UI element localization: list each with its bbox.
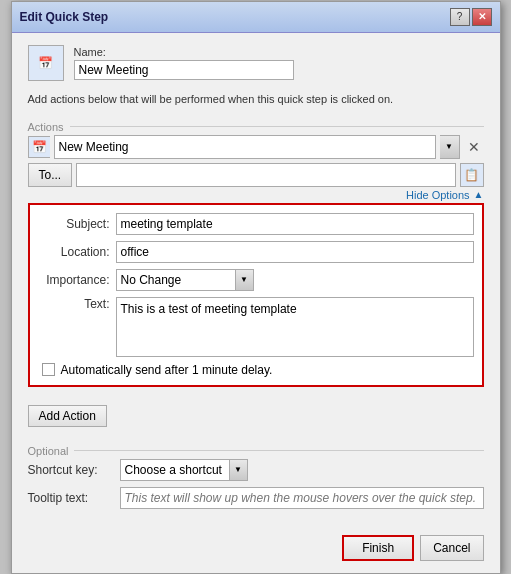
delete-action-button[interactable]: ✕ bbox=[464, 137, 484, 157]
subject-label: Subject: bbox=[38, 217, 110, 231]
content-area: 📅 Name: Add actions below that will be p… bbox=[12, 33, 500, 529]
shortcut-select-wrapper: Choose a shortcut CTRL+SHIFT+1 CTRL+SHIF… bbox=[120, 459, 248, 481]
actions-section: Actions 📅 New Meeting ▼ ✕ To... 📋 Hide bbox=[28, 117, 484, 393]
importance-select[interactable]: No Change Low Normal High bbox=[116, 269, 236, 291]
meeting-icon: 📅 bbox=[38, 56, 53, 70]
name-section: Name: bbox=[74, 46, 484, 80]
bottom-buttons: Finish Cancel bbox=[12, 529, 500, 573]
optional-section: Optional Shortcut key: Choose a shortcut… bbox=[28, 441, 484, 517]
importance-label: Importance: bbox=[38, 273, 110, 287]
help-button[interactable]: ? bbox=[450, 8, 470, 26]
address-book-icon[interactable]: 📋 bbox=[460, 163, 484, 187]
optional-divider-row: Optional bbox=[28, 445, 484, 457]
cancel-button[interactable]: Cancel bbox=[420, 535, 483, 561]
auto-send-checkbox[interactable] bbox=[42, 363, 55, 376]
auto-send-row: Automatically send after 1 minute delay. bbox=[38, 363, 474, 377]
importance-row: Importance: No Change Low Normal High ▼ bbox=[38, 269, 474, 291]
tooltip-text-label: Tooltip text: bbox=[28, 491, 110, 505]
importance-arrow[interactable]: ▼ bbox=[236, 269, 254, 291]
shortcut-arrow[interactable]: ▼ bbox=[230, 459, 248, 481]
hide-options-row: Hide Options ▲ bbox=[28, 189, 484, 201]
name-row: 📅 Name: bbox=[28, 45, 484, 81]
add-action-button[interactable]: Add Action bbox=[28, 405, 107, 427]
optional-divider-line bbox=[74, 450, 483, 451]
dialog-title: Edit Quick Step bbox=[20, 10, 109, 24]
location-row: Location: bbox=[38, 241, 474, 263]
chevron-up-icon: ▲ bbox=[474, 189, 484, 200]
text-row: Text: This is a test of meeting template bbox=[38, 297, 474, 357]
action-dropdown-row: 📅 New Meeting ▼ ✕ bbox=[28, 135, 484, 159]
to-row: To... 📋 bbox=[28, 163, 484, 187]
hide-options-link[interactable]: Hide Options bbox=[406, 189, 470, 201]
name-input[interactable] bbox=[74, 60, 294, 80]
actions-divider-row: Actions bbox=[28, 121, 484, 133]
title-bar-controls: ? ✕ bbox=[450, 8, 492, 26]
title-bar: Edit Quick Step ? ✕ bbox=[12, 2, 500, 33]
finish-button[interactable]: Finish bbox=[342, 535, 414, 561]
text-input[interactable]: This is a test of meeting template bbox=[116, 297, 474, 357]
close-button[interactable]: ✕ bbox=[472, 8, 492, 26]
actions-divider-line bbox=[70, 126, 484, 127]
subject-row: Subject: bbox=[38, 213, 474, 235]
shortcut-key-label: Shortcut key: bbox=[28, 463, 110, 477]
auto-send-label: Automatically send after 1 minute delay. bbox=[61, 363, 273, 377]
location-input[interactable] bbox=[116, 241, 474, 263]
importance-wrapper: No Change Low Normal High ▼ bbox=[116, 269, 254, 291]
action-select[interactable]: New Meeting bbox=[54, 135, 436, 159]
text-label: Text: bbox=[38, 297, 110, 311]
description-text: Add actions below that will be performed… bbox=[28, 93, 484, 105]
action-select-arrow[interactable]: ▼ bbox=[440, 135, 460, 159]
name-label: Name: bbox=[74, 46, 484, 58]
dialog: Edit Quick Step ? ✕ 📅 Name: Add actions … bbox=[11, 1, 501, 574]
actions-label: Actions bbox=[28, 121, 64, 133]
shortcut-row: Shortcut key: Choose a shortcut CTRL+SHI… bbox=[28, 459, 484, 481]
shortcut-select[interactable]: Choose a shortcut CTRL+SHIFT+1 CTRL+SHIF… bbox=[120, 459, 230, 481]
action-dropdown-icon: 📅 bbox=[28, 136, 50, 158]
address-box[interactable] bbox=[76, 163, 455, 187]
subject-input[interactable] bbox=[116, 213, 474, 235]
name-icon: 📅 bbox=[28, 45, 64, 81]
tooltip-input[interactable] bbox=[120, 487, 484, 509]
tooltip-row: Tooltip text: bbox=[28, 487, 484, 509]
options-box: Subject: Location: Importance: No Change… bbox=[28, 203, 484, 387]
location-label: Location: bbox=[38, 245, 110, 259]
to-button[interactable]: To... bbox=[28, 163, 73, 187]
optional-label: Optional bbox=[28, 445, 69, 457]
